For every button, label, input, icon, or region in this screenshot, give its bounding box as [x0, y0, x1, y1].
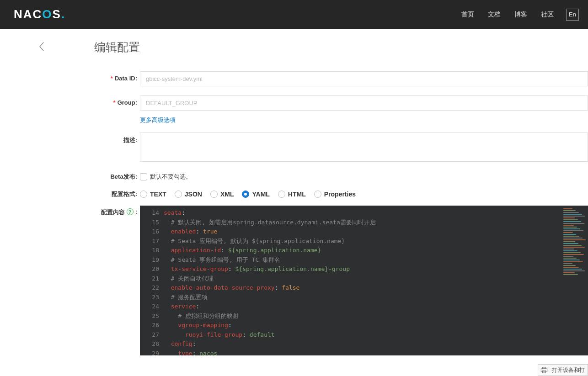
- beta-hint: 默认不要勾选。: [150, 173, 192, 181]
- help-icon[interactable]: ?: [127, 208, 134, 215]
- nav-item-1[interactable]: 文档: [488, 11, 501, 19]
- beta-checkbox[interactable]: [140, 173, 147, 180]
- nav-item-0[interactable]: 首页: [461, 11, 474, 19]
- more-advanced-link[interactable]: 更多高级选项: [140, 116, 176, 124]
- svg-rect-0: [541, 369, 547, 371]
- beta-label: Beta发布:: [94, 173, 140, 181]
- brand-text-o: O: [42, 7, 52, 21]
- svg-rect-2: [542, 371, 546, 373]
- nav-item-2[interactable]: 博客: [514, 11, 527, 19]
- language-toggle[interactable]: En: [566, 9, 579, 21]
- app-header: NACOS. 首页文档博客社区 En: [0, 0, 588, 29]
- chevron-left-icon: [38, 42, 46, 52]
- format-label: 配置格式:: [94, 190, 140, 198]
- format-radio-group: TEXTJSONXMLYAMLHTMLProperties: [140, 191, 588, 198]
- os-notification-text: 打开设备和打: [552, 366, 585, 374]
- brand-text-2: S: [53, 7, 61, 21]
- nav-item-3[interactable]: 社区: [541, 11, 554, 19]
- os-notification[interactable]: 打开设备和打: [538, 364, 588, 376]
- editor-minimap[interactable]: [560, 206, 588, 355]
- main-panel: 编辑配置 *Data ID: *Group: 更多高级选项 描述: [85, 29, 588, 376]
- data-id-label: *Data ID:: [94, 71, 140, 82]
- format-radio-html[interactable]: HTML: [278, 191, 306, 198]
- code-editor[interactable]: 14151617181920212223242526272829 seata: …: [140, 206, 588, 355]
- data-id-input: [140, 71, 588, 86]
- back-button[interactable]: [38, 42, 85, 53]
- editor-gutter: 14151617181920212223242526272829: [140, 206, 163, 355]
- format-radio-text[interactable]: TEXT: [140, 191, 166, 198]
- desc-label: 描述:: [94, 132, 140, 144]
- format-radio-json[interactable]: JSON: [175, 191, 202, 198]
- group-label: *Group:: [94, 95, 140, 106]
- format-radio-yaml[interactable]: YAML: [242, 191, 269, 198]
- brand-dot: .: [61, 7, 65, 21]
- page-title: 编辑配置: [94, 40, 588, 55]
- format-radio-xml[interactable]: XML: [210, 191, 234, 198]
- svg-rect-1: [542, 367, 546, 369]
- format-radio-properties[interactable]: Properties: [314, 191, 356, 198]
- desc-textarea[interactable]: [140, 132, 588, 162]
- group-input: [140, 95, 588, 111]
- brand-logo: NACOS.: [14, 7, 65, 21]
- editor-content[interactable]: seata: # 默认关闭, 如需启用spring.datasource.dyn…: [163, 206, 560, 355]
- sidebar: [0, 29, 85, 376]
- top-nav: 首页文档博客社区 En: [454, 0, 579, 29]
- brand-text-1: NAC: [14, 7, 42, 21]
- printer-icon: [540, 366, 548, 374]
- content-label: 配置内容 ? :: [94, 206, 140, 217]
